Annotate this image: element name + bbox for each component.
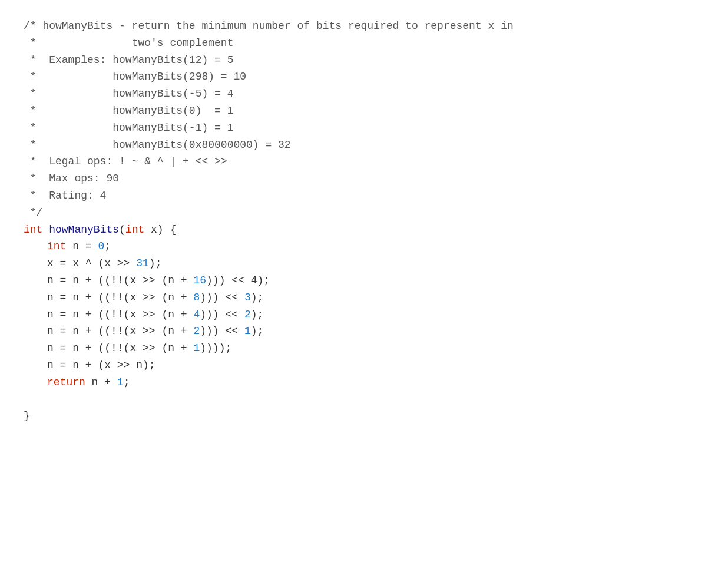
- closing-brace-line: }: [24, 408, 704, 425]
- body-line-9: return n + 1 ;: [24, 374, 704, 391]
- comment-line-6: * howManyBits(0) = 1: [24, 102, 704, 120]
- body-line-3: n = n + ((!!(x >> (n + 16 ))) << 4);: [24, 272, 704, 289]
- body-line-1: int n = 0 ;: [24, 238, 704, 255]
- comment-line-11: * Rating: 4: [24, 187, 704, 204]
- number-1b: 1: [193, 340, 200, 357]
- body-line-4: n = n + ((!!(x >> (n + 8 ))) << 3 );: [24, 289, 704, 306]
- number-3: 3: [244, 289, 251, 306]
- body-line-5: n = n + ((!!(x >> (n + 4 ))) << 2 );: [24, 306, 704, 323]
- keyword-int-return: int: [24, 221, 42, 239]
- number-31: 31: [136, 255, 149, 272]
- number-2: 2: [244, 306, 251, 323]
- function-name: howManyBits: [49, 221, 119, 239]
- number-2b: 2: [193, 323, 200, 340]
- comment-line-12: */: [24, 204, 704, 221]
- function-signature-line: int howManyBits ( int x) {: [24, 221, 704, 239]
- comment-line-7: * howManyBits(-1) = 1: [24, 120, 704, 137]
- body-line-6: n = n + ((!!(x >> (n + 2 ))) << 1 );: [24, 323, 704, 340]
- body-line-7: n = n + ((!!(x >> (n + 1 ))));: [24, 340, 704, 357]
- closing-brace: }: [24, 408, 30, 425]
- comment-line-5: * howManyBits(-5) = 4: [24, 85, 704, 102]
- number-1a: 1: [244, 323, 251, 340]
- number-8: 8: [193, 289, 200, 306]
- keyword-return: return: [47, 374, 85, 391]
- number-1c: 1: [117, 374, 124, 391]
- number-0: 0: [98, 238, 104, 255]
- comment-line-3: * Examples: howManyBits(12) = 5: [24, 52, 704, 69]
- comment-line-8: * howManyBits(0x80000000) = 32: [24, 137, 704, 154]
- number-16: 16: [193, 272, 206, 289]
- keyword-int-param: int: [125, 221, 144, 239]
- comment-line-9: * Legal ops: ! ~ & ^ | + << >>: [24, 153, 704, 170]
- comment-line-2: * two's complement: [24, 35, 704, 52]
- keyword-int-n: int: [47, 238, 66, 255]
- empty-line: [24, 391, 704, 408]
- comment-line-4: * howManyBits(298) = 10: [24, 68, 704, 85]
- comment-line-1: /* howManyBits - return the minimum numb…: [24, 18, 704, 35]
- code-block: /* howManyBits - return the minimum numb…: [24, 18, 704, 425]
- comment-line-10: * Max ops: 90: [24, 170, 704, 187]
- body-line-8: n = n + (x >> n);: [24, 357, 704, 374]
- body-line-2: x = x ^ (x >> 31 );: [24, 255, 704, 272]
- number-4: 4: [193, 306, 200, 323]
